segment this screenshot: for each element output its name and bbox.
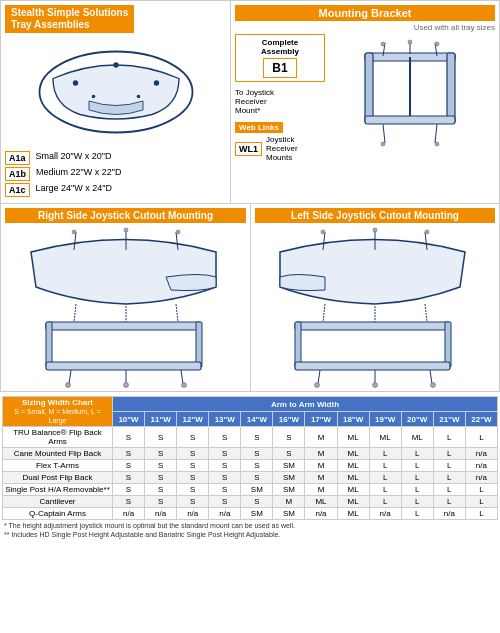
web-links-title: Web Links [235, 122, 283, 133]
svg-point-13 [408, 40, 412, 44]
cell-2-2: S [177, 460, 209, 472]
right-joystick-title: Right Side Joystick Cutout Mounting [5, 208, 246, 223]
cell-3-2: S [177, 472, 209, 484]
col-20w: 20"W [401, 412, 433, 427]
cell-2-0: S [113, 460, 145, 472]
svg-rect-21 [46, 322, 201, 330]
mounting-content: CompleteAssembly B1 To JoystickReceiverM… [235, 34, 495, 162]
complete-assembly-label: CompleteAssembly [239, 38, 321, 56]
row-name-6: Q-Captain Arms [3, 508, 113, 520]
cell-4-0: S [113, 484, 145, 496]
cell-5-10: L [433, 496, 465, 508]
cell-0-3: S [209, 427, 241, 448]
cell-3-3: S [209, 472, 241, 484]
tray-item-a1a: A1a Small 20"W x 20"D [5, 151, 226, 165]
tray-svg [26, 42, 206, 142]
cell-1-4: S [241, 448, 273, 460]
svg-point-58 [425, 230, 429, 234]
cell-6-11: L [465, 508, 497, 520]
cell-6-0: n/a [113, 508, 145, 520]
badge-a1c: A1c [5, 183, 30, 197]
mounting-diagram [325, 34, 495, 162]
row-name-2: Flex T-Arms [3, 460, 113, 472]
cell-3-10: L [433, 472, 465, 484]
table-row: Q-Captain Armsn/an/an/an/aSMSMn/aMLn/aLn… [3, 508, 498, 520]
cell-2-9: L [401, 460, 433, 472]
cell-4-8: L [369, 484, 401, 496]
svg-rect-8 [447, 53, 455, 123]
cell-2-3: S [209, 460, 241, 472]
table-row: Single Post H/A Removable**SSSSSMSMMMLLL… [3, 484, 498, 496]
svg-line-47 [318, 370, 320, 384]
col-16w: 16"W [273, 412, 305, 427]
cell-3-5: SM [273, 472, 305, 484]
cell-3-4: S [241, 472, 273, 484]
cell-1-2: S [177, 448, 209, 460]
col-22w: 22"W [465, 412, 497, 427]
svg-rect-24 [46, 362, 201, 370]
left-joystick-panel: Left Side Joystick Cutout Mounting [251, 204, 499, 391]
table-row: Flex T-ArmsSSSSSSMMMLLLLn/a [3, 460, 498, 472]
cell-4-5: SM [273, 484, 305, 496]
svg-point-37 [124, 228, 128, 232]
cell-2-11: n/a [465, 460, 497, 472]
cell-1-8: L [369, 448, 401, 460]
tray-item-a1c: A1c Large 24"W x 24"D [5, 183, 226, 197]
cell-5-1: S [145, 496, 177, 508]
cell-2-4: S [241, 460, 273, 472]
text-a1a: Small 20"W x 20"D [36, 151, 112, 161]
col-21w: 21"W [433, 412, 465, 427]
cell-3-9: L [401, 472, 433, 484]
left-joystick-title: Left Side Joystick Cutout Mounting [255, 208, 495, 223]
cell-0-6: M [305, 427, 337, 448]
cell-5-8: L [369, 496, 401, 508]
cell-5-4: S [241, 496, 273, 508]
cell-4-7: ML [337, 484, 369, 496]
web-link-wl1: WL1 Joystick Receiver Mounts [235, 135, 325, 162]
cell-5-7: ML [337, 496, 369, 508]
svg-line-16 [383, 124, 385, 143]
cell-5-11: L [465, 496, 497, 508]
badge-a1a: A1a [5, 151, 30, 165]
tray-diagram [5, 37, 226, 147]
col-10w: 10"W [113, 412, 145, 427]
cell-1-7: ML [337, 448, 369, 460]
left-joystick-svg [265, 222, 485, 392]
row-name-5: Cantilever [3, 496, 113, 508]
svg-point-11 [381, 42, 385, 46]
cell-0-0: S [113, 427, 145, 448]
svg-line-51 [430, 370, 432, 384]
table-body: TRU Balance® Flip Back ArmsSSSSSSMMLMLML… [3, 427, 498, 520]
cell-4-1: S [145, 484, 177, 496]
cell-6-5: SM [273, 508, 305, 520]
cell-1-10: L [433, 448, 465, 460]
cell-4-3: S [209, 484, 241, 496]
cell-3-11: n/a [465, 472, 497, 484]
cell-1-6: M [305, 448, 337, 460]
wl1-badge: WL1 [235, 142, 262, 156]
cell-6-7: ML [337, 508, 369, 520]
cell-4-10: L [433, 484, 465, 496]
wl1-text: Joystick Receiver Mounts [266, 135, 325, 162]
table-row: Dual Post Flip BackSSSSSSMMMLLLLn/a [3, 472, 498, 484]
svg-line-18 [435, 124, 437, 143]
cell-5-9: L [401, 496, 433, 508]
cell-0-2: S [177, 427, 209, 448]
table-row: CantileverSSSSSMMLMLLLLL [3, 496, 498, 508]
svg-point-17 [381, 142, 385, 146]
svg-rect-42 [445, 322, 451, 367]
cell-6-3: n/a [209, 508, 241, 520]
right-joystick-diagram [5, 227, 246, 387]
svg-point-5 [136, 95, 140, 99]
cell-3-7: ML [337, 472, 369, 484]
svg-point-54 [321, 230, 325, 234]
cell-5-0: S [113, 496, 145, 508]
right-joystick-svg [16, 222, 236, 392]
mounting-left: CompleteAssembly B1 To JoystickReceiverM… [235, 34, 325, 162]
sizing-chart-header: Sizing Width Chart S = Small, M = Medium… [3, 397, 113, 427]
cell-0-9: ML [401, 427, 433, 448]
cell-1-11: n/a [465, 448, 497, 460]
col-13w: 13"W [209, 412, 241, 427]
cell-2-1: S [145, 460, 177, 472]
cell-0-7: ML [337, 427, 369, 448]
